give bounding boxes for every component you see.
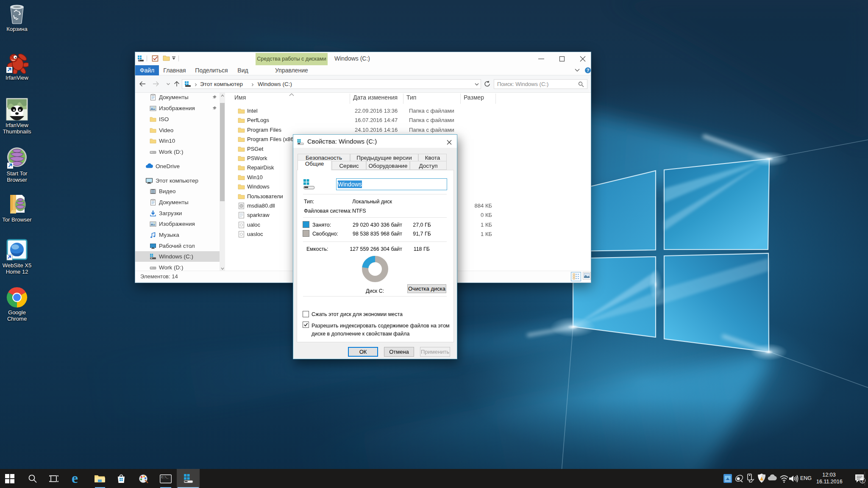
- svg-text:C:\_: C:\_: [161, 476, 169, 479]
- svg-text:1: 1: [862, 479, 864, 483]
